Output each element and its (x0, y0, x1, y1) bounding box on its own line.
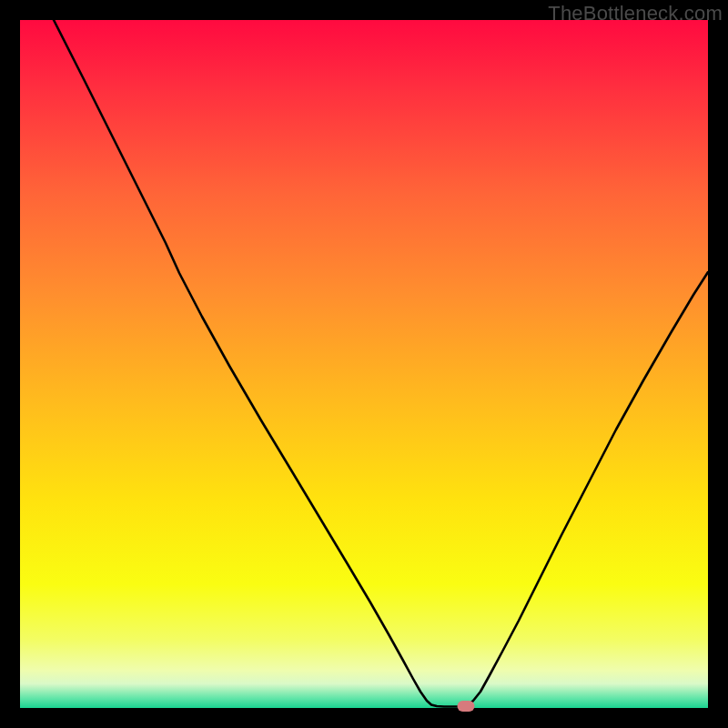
current-config-marker (458, 701, 475, 712)
plot-area (20, 20, 708, 708)
chart-canvas (20, 20, 708, 708)
outer-frame: TheBottleneck.com (0, 0, 728, 728)
watermark-label: TheBottleneck.com (548, 2, 723, 25)
